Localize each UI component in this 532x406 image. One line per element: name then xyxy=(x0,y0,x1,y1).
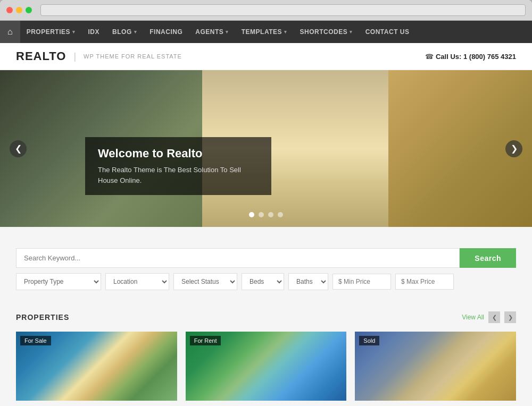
logo-tagline: WP THEME FOR REAL ESTATE xyxy=(84,53,182,60)
search-keyword-input[interactable] xyxy=(16,248,460,268)
properties-header: PROPERTIES View All ❮ ❯ xyxy=(16,311,516,323)
nav-item-idx[interactable]: IDX xyxy=(82,21,106,43)
dropdown-arrow-icon: ▾ xyxy=(284,29,287,35)
dropdown-arrow-icon: ▾ xyxy=(72,29,76,35)
maximize-dot[interactable] xyxy=(26,7,32,13)
property-card-2[interactable]: For Rent xyxy=(186,332,347,401)
phone-number: 1 (800) 765 4321 xyxy=(463,53,516,61)
header-phone: ☎ Call Us: 1 (800) 765 4321 xyxy=(425,53,516,61)
home-icon: ⌂ xyxy=(7,27,13,37)
nav-item-properties[interactable]: Properties ▾ xyxy=(20,21,82,43)
properties-nav: View All ❮ ❯ xyxy=(462,311,516,323)
baths-select[interactable]: Baths 1 2 3 xyxy=(288,273,328,290)
properties-section: PROPERTIES View All ❮ ❯ For Sale For Ren… xyxy=(0,306,532,406)
property-card-3[interactable]: Sold xyxy=(355,332,516,401)
dropdown-arrow-icon: ▾ xyxy=(350,29,353,35)
dropdown-arrow-icon: ▾ xyxy=(226,29,229,35)
search-row-primary: Search xyxy=(16,248,516,268)
hero-caption: Welcome to Realto The Realto Theme is Th… xyxy=(85,137,271,195)
site-logo: REALTO | WP THEME FOR REAL ESTATE xyxy=(16,49,182,63)
nav-item-agents[interactable]: Agents ▾ xyxy=(189,21,235,43)
slider-dots xyxy=(249,212,283,217)
dropdown-arrow-icon: ▾ xyxy=(134,29,137,35)
properties-section-title: PROPERTIES xyxy=(16,313,69,322)
nav-item-finacing[interactable]: Finacing xyxy=(143,21,189,43)
property-card-1[interactable]: For Sale xyxy=(16,332,177,401)
min-price-input[interactable] xyxy=(332,274,391,290)
site-header: REALTO | WP THEME FOR REAL ESTATE ☎ Call… xyxy=(0,43,532,70)
slider-prev-button[interactable]: ❮ xyxy=(10,140,27,157)
nav-item-blog[interactable]: Blog ▾ xyxy=(106,21,143,43)
view-all-link[interactable]: View All xyxy=(462,314,484,321)
nav-item-templates[interactable]: Templates ▾ xyxy=(235,21,294,43)
status-select[interactable]: Select Status For Sale For Rent Sold xyxy=(173,273,237,290)
slider-next-button[interactable]: ❯ xyxy=(505,140,522,157)
hero-title: Welcome to Realto xyxy=(98,147,259,160)
search-row-filters: Property Type House Apartment Condo Loca… xyxy=(16,273,516,290)
browser-chrome xyxy=(0,0,532,21)
navbar: ⌂ Properties ▾ IDX Blog ▾ Finacing Agent… xyxy=(0,21,532,43)
property-badge-3: Sold xyxy=(359,336,379,345)
property-badge-1: For Sale xyxy=(20,336,51,345)
nav-item-contact[interactable]: Contact Us xyxy=(359,21,416,43)
close-dot[interactable] xyxy=(6,7,13,13)
address-bar[interactable] xyxy=(40,4,526,16)
browser-window: ⌂ Properties ▾ IDX Blog ▾ Finacing Agent… xyxy=(0,0,532,406)
property-type-select[interactable]: Property Type House Apartment Condo xyxy=(16,273,101,290)
hero-subtitle: The Realto Theme is The Best Solution To… xyxy=(98,165,259,185)
location-select[interactable]: Location New York Miami xyxy=(105,273,169,290)
slider-dot-2[interactable] xyxy=(259,212,264,217)
slider-dot-4[interactable] xyxy=(278,212,283,217)
property-badge-2: For Rent xyxy=(190,336,221,345)
slider-dot-3[interactable] xyxy=(268,212,273,217)
logo-divider: | xyxy=(73,51,76,62)
max-price-input[interactable] xyxy=(395,274,454,290)
properties-next-button[interactable]: ❯ xyxy=(504,311,516,323)
property-cards: For Sale For Rent Sold xyxy=(16,332,516,401)
search-button[interactable]: Search xyxy=(460,248,516,268)
slider-dot-1[interactable] xyxy=(249,212,254,217)
logo-text: REALTO xyxy=(16,49,66,63)
nav-home-button[interactable]: ⌂ xyxy=(0,21,20,43)
search-section: Search Property Type House Apartment Con… xyxy=(0,227,532,306)
hero-slider: ❮ Welcome to Realto The Realto Theme is … xyxy=(0,70,532,227)
nav-item-shortcodes[interactable]: Shortcodes ▾ xyxy=(294,21,359,43)
beds-select[interactable]: Beds 1 2 3 xyxy=(242,273,284,290)
properties-prev-button[interactable]: ❮ xyxy=(488,311,500,323)
minimize-dot[interactable] xyxy=(16,7,22,13)
